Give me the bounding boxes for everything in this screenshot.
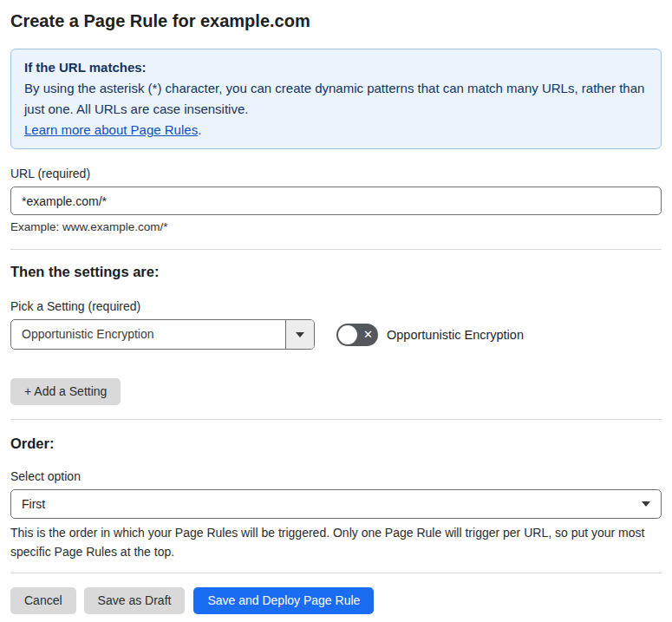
save-deploy-button[interactable]: Save and Deploy Page Rule	[193, 587, 374, 614]
divider	[10, 249, 662, 250]
setting-row: Opportunistic Encryption ✕ Opportunistic…	[10, 319, 662, 350]
caret-down-icon	[296, 332, 304, 337]
save-draft-button[interactable]: Save as Draft	[84, 587, 186, 614]
url-label: URL (required)	[10, 167, 662, 180]
info-box-link-line: Learn more about Page Rules.	[24, 120, 648, 141]
divider	[10, 419, 662, 420]
learn-more-link[interactable]: Learn more about Page Rules	[24, 122, 198, 137]
caret-down-icon	[642, 501, 650, 507]
order-section-heading: Order:	[10, 435, 662, 452]
divider	[10, 573, 662, 573]
url-match-info-box: If the URL matches: By using the asteris…	[10, 49, 662, 149]
pick-setting-label: Pick a Setting (required)	[10, 299, 662, 313]
order-select[interactable]: First	[10, 489, 662, 519]
page-title: Create a Page Rule for example.com	[10, 0, 662, 31]
url-input[interactable]	[10, 187, 662, 215]
opportunistic-encryption-toggle[interactable]: ✕	[336, 324, 378, 346]
settings-section-heading: Then the settings are:	[10, 264, 662, 280]
setting-dropdown-value: Opportunistic Encryption	[11, 320, 285, 349]
order-select-value: First	[22, 497, 45, 511]
info-box-body: By using the asterisk (*) character, you…	[24, 78, 648, 120]
url-example-text: Example: www.example.com/*	[10, 220, 662, 234]
link-period: .	[198, 122, 201, 137]
toggle-knob	[338, 325, 357, 344]
footer-actions: Cancel Save as Draft Save and Deploy Pag…	[10, 587, 662, 614]
add-setting-button[interactable]: + Add a Setting	[10, 378, 121, 405]
select-option-label: Select option	[10, 469, 662, 483]
x-icon: ✕	[363, 328, 373, 339]
toggle-label: Opportunistic Encryption	[387, 328, 524, 342]
page-rule-form: Create a Page Rule for example.com If th…	[0, 0, 672, 614]
info-box-heading: If the URL matches:	[24, 57, 648, 78]
order-help-text: This is the order in which your Page Rul…	[10, 523, 656, 561]
cancel-button[interactable]: Cancel	[10, 587, 76, 614]
setting-dropdown-button[interactable]	[285, 320, 314, 349]
setting-dropdown[interactable]: Opportunistic Encryption	[10, 319, 315, 350]
